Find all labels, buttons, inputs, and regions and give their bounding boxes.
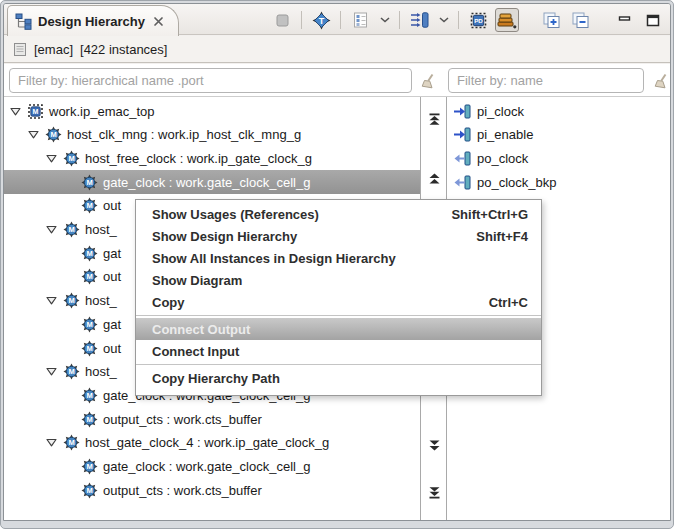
expander-slot[interactable] [64, 177, 76, 187]
tab-close-icon[interactable] [153, 16, 164, 27]
port-icon-slot [453, 151, 471, 166]
expander-slot[interactable] [46, 438, 58, 448]
context-menu-item[interactable]: Show Diagram [136, 269, 541, 291]
group-layers-icon [497, 12, 517, 29]
node-icon-slot: M [81, 197, 98, 214]
expander-slot[interactable] [64, 414, 76, 424]
expander-slot[interactable] [64, 343, 76, 353]
hierarchy-filter-input[interactable] [9, 68, 412, 93]
top-level-info-bar: [emac] [422 instances] [4, 36, 670, 63]
minimize-button[interactable] [612, 8, 636, 32]
instance-icon: M [63, 434, 80, 451]
port-list-item[interactable]: pi_clock [453, 99, 524, 123]
expander-open-icon[interactable] [46, 296, 57, 305]
maximize-button[interactable] [641, 8, 665, 32]
sort-menu-chevron[interactable] [436, 8, 451, 32]
context-menu-item[interactable]: Show All Instances in Design Hierarchy [136, 247, 541, 269]
tree-row[interactable]: M gate_clock : work.gate_clock_cell_g [4, 455, 420, 479]
context-menu-item[interactable]: Connect Input [136, 340, 541, 362]
chip-view-button[interactable]: PD [466, 8, 490, 32]
instance-icon: M [81, 387, 98, 404]
tree-row-label: gate_clock : work.gate_clock_cell_g [103, 175, 310, 190]
view-header: Design Hierarchy [4, 4, 670, 35]
tree-row[interactable]: M host_clk_mng : work.ip_host_clk_mng_g [4, 123, 420, 147]
expander-slot[interactable] [28, 130, 40, 140]
expander-slot[interactable] [64, 272, 76, 282]
node-icon-slot: M [81, 482, 98, 499]
instance-icon: M [81, 245, 98, 262]
tree-row[interactable]: M output_cts : work.cts_buffer [4, 478, 420, 502]
expander-slot[interactable] [10, 106, 22, 116]
expander-slot[interactable] [46, 225, 58, 235]
locate-type-button[interactable]: T [309, 8, 333, 32]
port-list-item[interactable]: po_clock [453, 146, 528, 170]
scroll-up-match-button[interactable] [426, 171, 442, 186]
tree-row[interactable]: M host_free_clock : work.ip_gate_clock_g [4, 146, 420, 170]
expander-slot[interactable] [64, 462, 76, 472]
top-level-unit: [emac] [34, 42, 73, 57]
expand-all-button[interactable] [539, 8, 563, 32]
context-menu-item-disabled[interactable]: Connect Output [136, 318, 541, 340]
chevron-down-icon [439, 17, 449, 23]
filter-bar [4, 64, 670, 97]
expander-slot[interactable] [46, 296, 58, 306]
tree-row[interactable]: M gate_clock : work.gate_clock_cell_g [4, 170, 420, 194]
scroll-to-last-match-button[interactable] [426, 485, 442, 500]
svg-text:M: M [86, 249, 92, 258]
port-list-item[interactable]: pi_enable [453, 123, 533, 147]
pin-disabled-button[interactable] [270, 8, 294, 32]
tree-row-label: host_ [85, 222, 117, 237]
context-menu-item[interactable]: Copy Ctrl+C [136, 291, 541, 313]
expander-slot[interactable] [64, 201, 76, 211]
checklist-menu-chevron[interactable] [377, 8, 392, 32]
tree-row[interactable]: M output_cts : work.cts_buffer [4, 407, 420, 431]
scroll-down-match-button[interactable] [426, 438, 442, 453]
menu-item-shortcut: Ctrl+C [489, 295, 528, 310]
module-chip-icon: M [27, 103, 44, 120]
view-checklist-button[interactable] [348, 8, 372, 32]
sort-options-button[interactable] [407, 8, 431, 32]
context-menu-item[interactable]: Copy Hierarchy Path [136, 367, 541, 389]
expander-slot[interactable] [46, 153, 58, 163]
context-menu-item[interactable]: Show Usages (References) Shift+Ctrl+G [136, 203, 541, 225]
expander-open-icon[interactable] [10, 107, 21, 116]
clear-port-filter-button[interactable] [651, 71, 671, 91]
expander-slot[interactable] [64, 319, 76, 329]
context-menu: Show Usages (References) Shift+Ctrl+G Sh… [135, 199, 542, 396]
maximize-icon [646, 14, 660, 27]
expander-open-icon[interactable] [46, 154, 57, 163]
document-icon [13, 42, 27, 57]
expander-slot[interactable] [64, 485, 76, 495]
instance-icon: M [81, 268, 98, 285]
tree-row[interactable]: M work.ip_emac_top [4, 99, 420, 123]
tree-row-label: host_clk_mng : work.ip_host_clk_mng_g [67, 127, 301, 142]
expander-slot[interactable] [46, 367, 58, 377]
group-layers-button[interactable] [495, 8, 519, 32]
expander-open-icon[interactable] [46, 367, 57, 376]
instance-icon: M [81, 340, 98, 357]
expander-open-icon[interactable] [46, 438, 57, 447]
port-list-item[interactable]: po_clock_bkp [453, 170, 557, 194]
instance-icon: M [81, 174, 98, 191]
scroll-to-first-match-button[interactable] [426, 112, 442, 127]
port-name-label: pi_enable [477, 127, 533, 142]
expander-open-icon[interactable] [28, 130, 39, 139]
expander-slot[interactable] [64, 390, 76, 400]
port-icon-slot [453, 104, 471, 119]
port-filter-input[interactable] [448, 68, 644, 93]
tab-design-hierarchy[interactable]: Design Hierarchy [7, 5, 179, 36]
instance-icon: M [81, 197, 98, 214]
expander-slot[interactable] [64, 248, 76, 258]
view-toolbar: T [270, 7, 665, 33]
svg-text:M: M [68, 225, 74, 234]
double-arrow-up-bar-icon [428, 113, 441, 126]
context-menu-item[interactable]: Show Design Hierarchy Shift+F4 [136, 225, 541, 247]
tree-row[interactable]: M host_gate_clock_4 : work.ip_gate_clock… [4, 431, 420, 455]
svg-text:M: M [86, 178, 92, 187]
menu-separator [136, 315, 541, 316]
collapse-all-button[interactable] [568, 8, 592, 32]
svg-text:M: M [68, 154, 74, 163]
tree-row-label: output_cts : work.cts_buffer [103, 483, 262, 498]
expander-open-icon[interactable] [46, 225, 57, 234]
clear-hierarchy-filter-button[interactable] [418, 71, 438, 91]
